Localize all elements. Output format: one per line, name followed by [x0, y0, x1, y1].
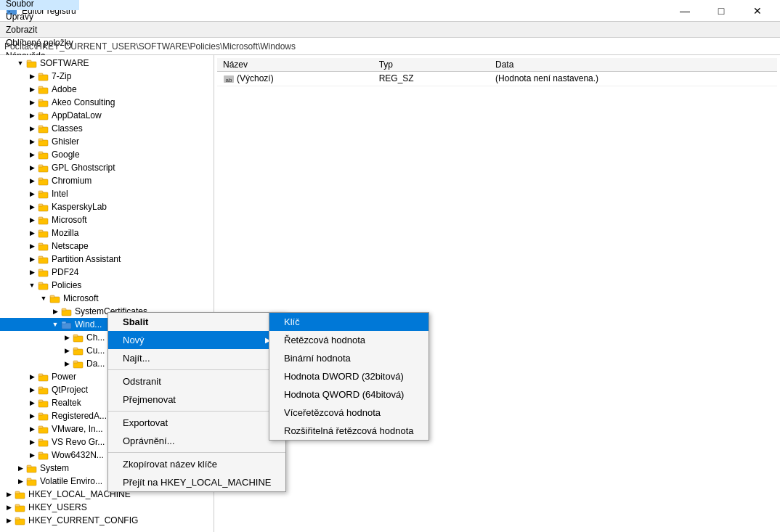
- tree-label: Da...: [86, 359, 105, 369]
- context-menu[interactable]: SbalitNový▶Najít...OdstranitPřejmenovatE…: [107, 312, 286, 492]
- tree-arrow[interactable]: [26, 253, 38, 265]
- svg-rect-5: [27, 60, 31, 62]
- svg-rect-55: [38, 387, 43, 389]
- tree-item-netscape[interactable]: Netscape: [0, 240, 214, 253]
- tree-arrow[interactable]: [38, 292, 49, 304]
- context-menu-item-prejitna[interactable]: Přejít na HKEY_LOCAL_MACHINE: [108, 473, 285, 491]
- context-menu-item-sbalit[interactable]: Sbalit: [108, 313, 285, 331]
- tree-label: SOFTWARE: [40, 58, 89, 68]
- tree-arrow[interactable]: [61, 358, 73, 369]
- tree-arrow[interactable]: [26, 384, 38, 396]
- submenu-item-retezec[interactable]: Řetězcová hodnota: [269, 331, 428, 349]
- tree-item-hkey_users[interactable]: HKEY_USERS: [0, 501, 214, 514]
- tree-label: Volatile Enviro...: [40, 476, 102, 486]
- tree-arrow[interactable]: [26, 227, 38, 239]
- tree-item-software[interactable]: SOFTWARE: [0, 57, 214, 70]
- tree-label: Ghisler: [52, 136, 79, 147]
- tree-arrow[interactable]: [26, 97, 38, 108]
- tree-arrow[interactable]: [26, 371, 38, 382]
- tree-label: KasperskyLab: [52, 202, 107, 212]
- context-menu-item-exportovat[interactable]: Exportovat: [108, 414, 285, 432]
- tree-arrow[interactable]: [15, 475, 26, 487]
- tree-arrow[interactable]: [26, 436, 38, 448]
- table-row[interactable]: ab(Výchozí)REG_SZ(Hodnota není nastavena…: [217, 72, 777, 86]
- tree-arrow[interactable]: [26, 175, 38, 187]
- tree-arrow[interactable]: [26, 70, 38, 82]
- minimize-button[interactable]: —: [668, 0, 702, 22]
- tree-arrow[interactable]: [26, 201, 38, 213]
- tree-arrow[interactable]: [26, 162, 38, 173]
- tree-item-akeoconsulting[interactable]: Akeo Consulting: [0, 96, 214, 109]
- tree-label: RegisteredA...: [52, 411, 107, 421]
- folder-icon: [38, 215, 49, 225]
- tree-item-partitionassistant[interactable]: Partition Assistant: [0, 253, 214, 266]
- tree-arrow[interactable]: [49, 306, 61, 317]
- tree-label: VMware, In...: [52, 424, 103, 434]
- tree-arrow[interactable]: [26, 110, 38, 121]
- tree-item-intel[interactable]: Intel: [0, 187, 214, 200]
- tree-arrow[interactable]: [26, 83, 38, 95]
- tree-arrow[interactable]: [61, 345, 73, 356]
- tree-item-hkey_current_config[interactable]: HKEY_CURRENT_CONFIG: [0, 514, 214, 527]
- svg-rect-65: [38, 452, 43, 454]
- tree-item-kasperskylab[interactable]: KasperskyLab: [0, 200, 214, 213]
- tree-item-chromium[interactable]: Chromium: [0, 174, 214, 187]
- tree-arrow[interactable]: [49, 319, 61, 330]
- tree-arrow[interactable]: [26, 279, 38, 291]
- submenu-item-viceretezec[interactable]: Víceřetězcová hodnota: [269, 404, 428, 422]
- maximize-button[interactable]: □: [704, 0, 738, 22]
- menu-item-zobrazit[interactable]: Zobrazit: [0, 23, 79, 36]
- tree-arrow[interactable]: [3, 488, 15, 500]
- submenu-item-dword[interactable]: Hodnota DWORD (32bitová): [269, 367, 428, 385]
- tree-arrow[interactable]: [26, 214, 38, 226]
- tree-arrow[interactable]: [26, 149, 38, 160]
- tree-arrow[interactable]: [15, 462, 26, 474]
- tree-arrow[interactable]: [26, 136, 38, 147]
- tree-arrow[interactable]: [26, 397, 38, 409]
- tree-arrow[interactable]: [26, 449, 38, 461]
- tree-item-appdatalow[interactable]: AppDataLow: [0, 109, 214, 122]
- tree-arrow[interactable]: [3, 515, 15, 526]
- tree-item-pdf24[interactable]: PDF24: [0, 266, 214, 279]
- tree-item-adobe[interactable]: Adobe: [0, 83, 214, 96]
- tree-arrow[interactable]: [15, 57, 26, 69]
- tree-item-policies[interactable]: Policies: [0, 279, 214, 292]
- context-menu-item-najit[interactable]: Najít...: [108, 349, 285, 367]
- context-menu-item-zkopirovat[interactable]: Zkopírovat název klíče: [108, 455, 285, 473]
- submenu-item-klic[interactable]: Klíč: [269, 313, 428, 331]
- tree-arrow[interactable]: [26, 188, 38, 200]
- tree-item-microsoft[interactable]: Microsoft: [0, 213, 214, 226]
- tree-item-7-zip[interactable]: 7-Zip: [0, 70, 214, 83]
- context-menu-item-opravneni[interactable]: Oprávnění...: [108, 432, 285, 450]
- tree-arrow[interactable]: [26, 123, 38, 134]
- menu-item-úpravy[interactable]: Úpravy: [0, 10, 79, 23]
- tree-item-ghisler[interactable]: Ghisler: [0, 135, 214, 148]
- submenu[interactable]: KlíčŘetězcová hodnotaBinární hodnotaHodn…: [269, 312, 429, 441]
- menu-item-soubor[interactable]: Soubor: [0, 0, 79, 10]
- context-menu-item-novy[interactable]: Nový▶: [108, 331, 285, 349]
- svg-rect-27: [38, 204, 43, 206]
- tree-item-google[interactable]: Google: [0, 148, 214, 161]
- tree-arrow[interactable]: [26, 266, 38, 278]
- submenu-item-rozsiritelna[interactable]: Rozšiřitelná řetězcová hodnota: [269, 422, 428, 440]
- submenu-item-qword[interactable]: Hodnota QWORD (64bitová): [269, 385, 428, 404]
- svg-rect-35: [38, 256, 43, 258]
- svg-rect-39: [38, 282, 43, 285]
- svg-rect-73: [15, 504, 20, 507]
- tree-arrow[interactable]: [26, 410, 38, 422]
- submenu-item-binarni[interactable]: Binární hodnota: [269, 349, 428, 367]
- tree-item-microsoft2[interactable]: Microsoft: [0, 292, 214, 305]
- tree-item-gplghostscript[interactable]: GPL Ghostscript: [0, 161, 214, 174]
- tree-arrow[interactable]: [61, 332, 73, 343]
- tree-arrow[interactable]: [26, 240, 38, 252]
- context-menu-item-prejmenovat[interactable]: Přejmenovat: [108, 390, 285, 409]
- close-button[interactable]: ✕: [741, 0, 774, 22]
- context-menu-item-odstranit[interactable]: Odstranit: [108, 372, 285, 390]
- tree-arrow[interactable]: [26, 423, 38, 435]
- tree-arrow[interactable]: [3, 502, 15, 513]
- cell-type: REG_SZ: [373, 72, 489, 86]
- tree-item-mozilla[interactable]: Mozilla: [0, 226, 214, 240]
- tree-item-classes[interactable]: Classes: [0, 122, 214, 135]
- tree-label: Google: [52, 150, 80, 160]
- folder-icon: [61, 319, 73, 330]
